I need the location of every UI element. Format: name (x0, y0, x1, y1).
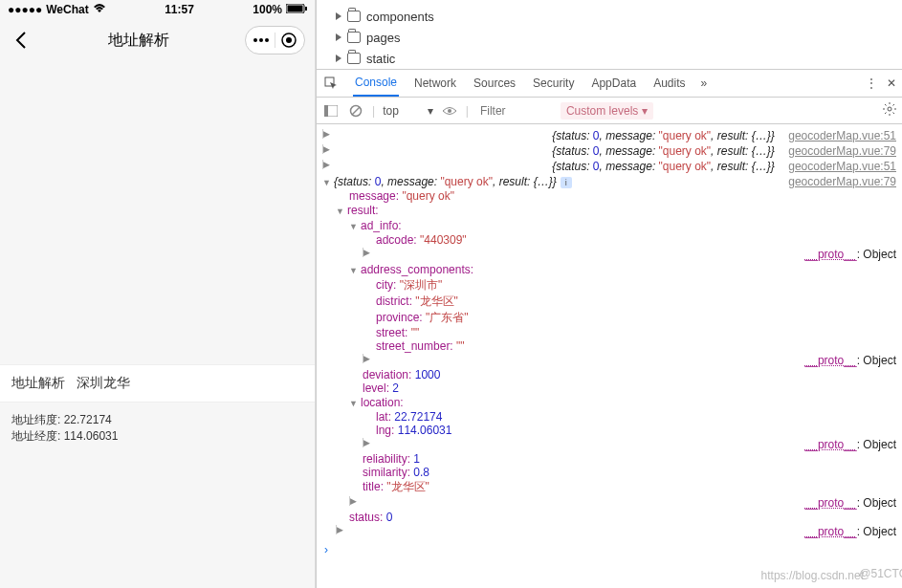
battery-percent: 100% (253, 3, 282, 16)
prop-address-components[interactable]: address_components: (322, 262, 896, 277)
svg-rect-10 (324, 105, 328, 117)
battery-icon (286, 3, 307, 16)
triangle-right-icon (336, 12, 341, 20)
prop-district: district: "龙华区" (322, 294, 896, 310)
phone-body: 地址解析 地址纬度: 22.72174 地址经度: 114.06031 (0, 61, 315, 588)
expand-arrow-icon[interactable] (363, 248, 805, 257)
prop-lat: lat: 22.72174 (322, 410, 896, 424)
prop-level: level: 2 (322, 381, 896, 395)
status-right: 100% (253, 3, 307, 16)
nav-bar: 地址解析 (0, 19, 315, 61)
tab-network[interactable]: Network (412, 70, 458, 97)
file-tree: components pages static (317, 0, 902, 69)
console-body[interactable]: {status: 0, message: "query ok", result:… (317, 124, 902, 588)
kebab-menu-icon[interactable]: ⋮ (866, 76, 877, 90)
menu-button[interactable] (252, 31, 271, 50)
prop-title: title: "龙华区" (322, 479, 896, 495)
prop-street-number: street_number: "" (322, 339, 896, 353)
inspect-element-icon[interactable] (322, 75, 340, 92)
filter-input[interactable] (476, 102, 553, 120)
toggle-sidebar-icon[interactable] (322, 102, 340, 120)
page-title: 地址解析 (108, 31, 169, 51)
log-source-link[interactable]: geocoderMap.vue:51 (781, 160, 896, 173)
prop-proto[interactable]: __proto__: Object (322, 247, 896, 262)
log-levels-dropdown[interactable]: Custom levels▾ (561, 102, 653, 120)
collapse-arrow-icon[interactable] (336, 204, 347, 217)
chevron-down-icon: ▾ (642, 104, 648, 118)
tab-audits[interactable]: Audits (651, 70, 687, 97)
expand-arrow-icon[interactable] (322, 129, 552, 139)
expand-arrow-icon[interactable] (363, 438, 805, 447)
tab-security[interactable]: Security (531, 70, 576, 97)
address-input-row: 地址解析 (0, 364, 315, 403)
expand-arrow-icon[interactable] (363, 354, 805, 363)
log-source-link[interactable]: geocoderMap.vue:79 (781, 175, 896, 188)
console-toolbar: | top▾ | Custom levels▾ (317, 98, 902, 124)
expand-arrow-icon[interactable] (349, 496, 805, 506)
collapse-arrow-icon[interactable] (349, 219, 361, 232)
nav-capsule (245, 26, 305, 54)
context-dropdown[interactable]: top▾ (383, 104, 433, 118)
tab-console[interactable]: Console (353, 70, 399, 97)
tree-item-static[interactable]: static (336, 48, 892, 69)
tab-sources[interactable]: Sources (472, 70, 517, 97)
back-button[interactable] (10, 29, 33, 52)
prop-proto[interactable]: __proto__: Object (322, 524, 896, 539)
folder-icon (347, 32, 361, 43)
collapse-arrow-icon[interactable] (349, 396, 361, 409)
prop-proto[interactable]: __proto__: Object (322, 353, 896, 368)
info-badge-icon: i (561, 177, 572, 188)
log-entry[interactable]: {status: 0, message: "query ok", result:… (322, 128, 896, 143)
status-left: ●●●●● WeChat (8, 3, 106, 16)
svg-point-3 (253, 38, 257, 42)
tab-appdata[interactable]: AppData (589, 70, 638, 97)
address-label: 地址解析 (11, 375, 65, 392)
close-panel-icon[interactable]: ✕ (887, 76, 896, 90)
expand-arrow-icon[interactable] (322, 144, 552, 154)
svg-rect-1 (287, 6, 302, 12)
log-source-link[interactable]: geocoderMap.vue:51 (781, 129, 896, 142)
status-bar: ●●●●● WeChat 11:57 100% (0, 0, 315, 19)
address-input[interactable] (77, 376, 303, 391)
log-entry[interactable]: {status: 0, message: "query ok", result:… (322, 143, 896, 159)
prop-reliability: reliability: 1 (322, 452, 896, 466)
log-source-link[interactable]: geocoderMap.vue:79 (781, 144, 896, 158)
eye-icon[interactable] (441, 102, 458, 120)
log-entry-expanded[interactable]: {status: 0, message: "query ok", result:… (322, 174, 896, 189)
gear-icon[interactable] (883, 102, 896, 119)
more-tabs-button[interactable]: » (701, 76, 708, 90)
folder-icon (347, 11, 361, 22)
tree-item-pages[interactable]: pages (336, 27, 892, 48)
expand-arrow-icon[interactable] (322, 160, 552, 169)
lng-row: 地址经度: 114.06031 (11, 428, 303, 445)
close-target-button[interactable] (279, 31, 298, 50)
prop-message: message: "query ok" (322, 189, 896, 203)
prop-ad-info[interactable]: ad_info: (322, 218, 896, 233)
signal-dots-icon: ●●●●● (8, 3, 42, 16)
prop-city: city: "深圳市" (322, 277, 896, 294)
collapse-arrow-icon[interactable] (349, 263, 361, 276)
chevron-down-icon: ▾ (428, 104, 433, 118)
prop-result[interactable]: result: (322, 203, 896, 218)
prop-proto[interactable]: __proto__: Object (322, 437, 896, 452)
prop-lng: lng: 114.06031 (322, 424, 896, 437)
lat-row: 地址纬度: 22.72174 (11, 412, 303, 428)
devtools-pane: components pages static Console Network … (316, 0, 902, 588)
carrier-label: WeChat (46, 3, 88, 16)
svg-rect-2 (305, 7, 307, 11)
tree-item-components[interactable]: components (336, 6, 892, 27)
log-entry[interactable]: {status: 0, message: "query ok", result:… (322, 159, 896, 174)
triangle-right-icon (336, 54, 341, 62)
svg-point-5 (265, 38, 269, 42)
folder-icon (347, 53, 361, 64)
prop-similarity: similarity: 0.8 (322, 466, 896, 479)
watermark-text: @51CTO博客 (859, 566, 902, 582)
collapse-arrow-icon[interactable] (322, 175, 334, 188)
prop-proto[interactable]: __proto__: Object (322, 495, 896, 511)
prop-location[interactable]: location: (322, 395, 896, 410)
console-prompt[interactable]: › (322, 539, 896, 560)
clear-console-icon[interactable] (347, 102, 364, 120)
expand-arrow-icon[interactable] (336, 525, 805, 534)
svg-point-4 (259, 38, 263, 42)
svg-point-13 (448, 109, 451, 113)
